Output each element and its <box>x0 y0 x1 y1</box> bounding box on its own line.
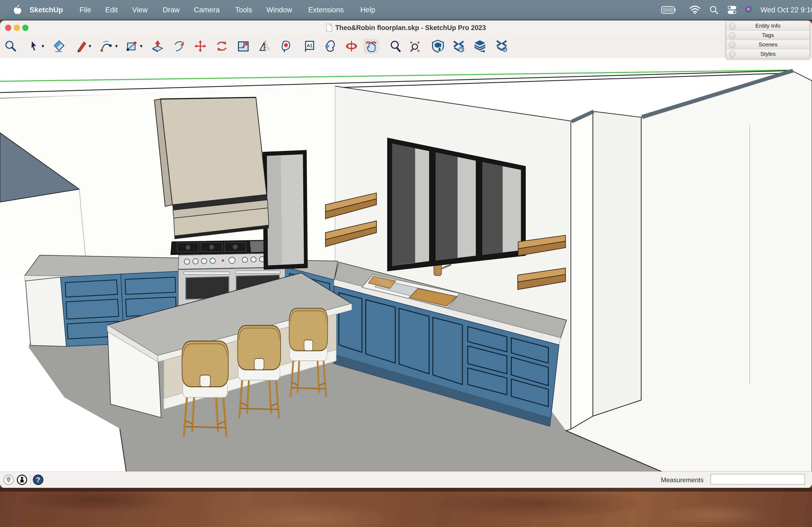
wifi-icon[interactable] <box>690 0 700 20</box>
send-to-layout-tool[interactable] <box>472 39 487 54</box>
title-bar: Theo&Robin floorplan.skp - SketchUp Pro … <box>0 20 812 35</box>
menu-bar: SketchUp File Edit View Draw Camera Tool… <box>0 0 812 20</box>
menu-edit[interactable]: Edit <box>105 0 118 20</box>
menu-tools[interactable]: Tools <box>235 0 252 20</box>
tray-panel-label: Tags <box>762 32 774 39</box>
menu-window[interactable]: Window <box>266 0 292 20</box>
menu-draw[interactable]: Draw <box>163 0 180 20</box>
tray-panel-label: Scenes <box>758 41 777 48</box>
rotate-tool[interactable] <box>214 39 229 54</box>
eraser-tool[interactable] <box>52 39 67 54</box>
svg-text:?: ? <box>36 476 40 484</box>
right-wall-columns <box>566 69 812 471</box>
menu-app[interactable]: SketchUp <box>30 0 63 20</box>
extension-warehouse-tool[interactable] <box>451 39 466 54</box>
svg-text:⚙: ⚙ <box>502 46 508 52</box>
tray-collapse-icon[interactable] <box>729 32 736 39</box>
claim-credit-icon[interactable] <box>17 475 27 485</box>
tape-measure-tool[interactable] <box>279 39 294 54</box>
measurements-label: Measurements <box>661 472 704 488</box>
tray-panel-tags[interactable]: Tags <box>726 31 810 40</box>
help-icon[interactable]: ? <box>33 475 44 485</box>
arc-dropdown-arrow[interactable]: ▾ <box>115 43 118 49</box>
measurements-input[interactable] <box>710 474 805 485</box>
orbit-tool[interactable] <box>344 39 359 54</box>
tray-collapse-icon[interactable] <box>729 42 736 48</box>
move-tool[interactable] <box>193 39 208 54</box>
tray-panel-styles[interactable]: Styles <box>726 49 810 59</box>
tray-panel-label: Styles <box>760 51 775 57</box>
menu-view[interactable]: View <box>132 0 148 20</box>
window-title: Theo&Robin floorplan.skp - SketchUp Pro … <box>335 24 486 32</box>
menu-extensions[interactable]: Extensions <box>308 0 344 20</box>
siri-icon[interactable] <box>744 0 754 20</box>
search-icon[interactable] <box>709 0 719 20</box>
menu-help[interactable]: Help <box>360 0 375 20</box>
paint-bucket-tool[interactable] <box>323 39 338 54</box>
zoom-window-tool[interactable] <box>3 39 18 54</box>
tray-collapse-icon[interactable] <box>729 23 736 29</box>
push-pull-tool[interactable] <box>150 39 165 54</box>
flip-along-tool[interactable] <box>258 39 273 54</box>
select-tool[interactable] <box>26 39 41 54</box>
rectangle-dropdown-arrow[interactable]: ▾ <box>140 43 143 49</box>
follow-me-tool[interactable] <box>172 39 187 54</box>
battery-charging-icon[interactable] <box>661 0 677 20</box>
extension-manager-tool[interactable]: ⚙ <box>494 39 509 54</box>
status-bar: ? Measurements <box>0 471 812 488</box>
pan-tool[interactable] <box>364 39 379 54</box>
default-tray: Entity Info Tags Scenes Styles <box>726 21 810 59</box>
select-dropdown-arrow[interactable]: ▾ <box>42 43 44 49</box>
green-axis-line <box>0 70 793 81</box>
left-window <box>263 150 308 270</box>
3d-warehouse-tool[interactable] <box>431 39 446 54</box>
geolocation-icon[interactable] <box>3 475 14 485</box>
line-dropdown-arrow[interactable]: ▾ <box>89 43 91 49</box>
rectangle-tool[interactable] <box>124 39 139 54</box>
kitchen-model-canvas <box>0 58 812 471</box>
scale-tool[interactable] <box>236 39 251 54</box>
text-tool[interactable]: A1 <box>301 39 316 54</box>
svg-text:A1: A1 <box>307 43 313 48</box>
zoom-extents-tool[interactable] <box>407 39 422 54</box>
tray-collapse-icon[interactable] <box>729 51 736 57</box>
menu-clock[interactable]: Wed Oct 22 9:10 PM <box>760 0 812 20</box>
menu-file[interactable]: File <box>79 0 91 20</box>
arc-tool[interactable] <box>99 39 114 54</box>
apple-menu-icon[interactable] <box>12 0 21 20</box>
zoom-tool[interactable] <box>388 39 403 54</box>
desktop-wallpaper <box>0 488 812 527</box>
tray-panel-entity-info[interactable]: Entity Info <box>726 21 810 31</box>
model-viewport[interactable] <box>0 58 812 471</box>
main-toolbar: ▾ ▾ ▾ ▾ <box>0 35 812 59</box>
tray-panel-label: Entity Info <box>755 22 780 29</box>
window-title-wrap: Theo&Robin floorplan.skp - SketchUp Pro … <box>0 20 812 35</box>
line-tool[interactable] <box>75 39 90 54</box>
menu-camera[interactable]: Camera <box>194 0 220 20</box>
tray-panel-scenes[interactable]: Scenes <box>726 40 810 49</box>
sketchup-window: Theo&Robin floorplan.skp - SketchUp Pro … <box>0 20 812 488</box>
status-divider <box>30 475 31 485</box>
control-center-icon[interactable] <box>727 0 737 20</box>
document-icon <box>326 24 332 32</box>
